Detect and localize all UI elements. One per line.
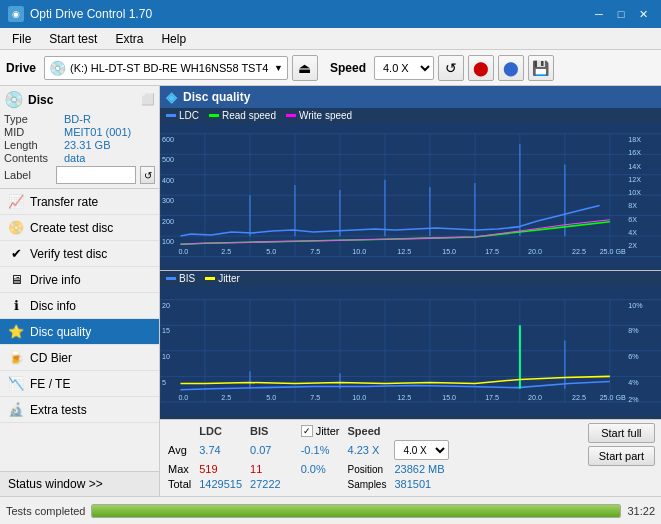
svg-text:4%: 4% <box>628 379 639 387</box>
drive-icon: 💿 <box>49 60 66 76</box>
disc-quality-icon: ⭐ <box>8 324 24 339</box>
svg-text:10%: 10% <box>628 302 643 310</box>
status-window-label: Status window >> <box>8 477 103 491</box>
drive-info-label: Drive info <box>30 273 151 287</box>
disc-quality-header: ◈ Disc quality <box>160 86 661 108</box>
cd-bier-label: CD Bier <box>30 351 151 365</box>
read-speed-legend: Read speed <box>209 110 276 121</box>
svg-text:20.0: 20.0 <box>528 394 542 402</box>
svg-text:12.5: 12.5 <box>397 394 411 402</box>
svg-text:7.5: 7.5 <box>310 394 320 402</box>
svg-text:17.5: 17.5 <box>485 394 499 402</box>
sidebar-item-fe-te[interactable]: 📉 FE / TE <box>0 371 159 397</box>
svg-text:5.0: 5.0 <box>266 248 276 256</box>
app-icon: ◉ <box>8 6 24 22</box>
fe-te-icon: 📉 <box>8 376 24 391</box>
bis-legend: BIS <box>166 273 195 284</box>
stats-area: LDC BIS ✓ Jitter Speed Avg 3.74 0. <box>160 419 661 496</box>
drive-selector[interactable]: 💿 (K:) HL-DT-ST BD-RE WH16NS58 TST4 ▼ <box>44 56 288 80</box>
svg-text:8%: 8% <box>628 328 639 336</box>
ldc-label: LDC <box>179 110 199 121</box>
menu-starttest[interactable]: Start test <box>41 30 105 48</box>
speed-col-header: Speed <box>348 425 393 438</box>
avg-ldc-value: 3.74 <box>199 440 248 461</box>
disc-label-refresh-btn[interactable]: ↺ <box>140 166 155 184</box>
ldc-chart-svg: 600 500 400 300 200 100 18X 16X 14X 12X … <box>160 123 661 267</box>
bis-col-header: BIS <box>250 425 287 438</box>
svg-text:10X: 10X <box>628 189 641 197</box>
total-label: Total <box>168 478 197 491</box>
drive-info-icon: 🖥 <box>8 272 24 287</box>
close-button[interactable]: ✕ <box>633 4 653 24</box>
disc-expand-icon: ⬜ <box>141 93 155 106</box>
svg-text:4X: 4X <box>628 229 637 237</box>
svg-text:15.0: 15.0 <box>442 394 456 402</box>
refresh-button[interactable]: ↺ <box>438 55 464 81</box>
svg-text:12X: 12X <box>628 176 641 184</box>
sidebar-item-disc-quality[interactable]: ⭐ Disc quality <box>0 319 159 345</box>
svg-text:6X: 6X <box>628 216 637 224</box>
bis-chart-svg: 20 15 10 5 10% 8% 6% 4% 2% 0.0 2.5 5.0 <box>160 286 661 416</box>
toolbar-btn-red[interactable]: ⬤ <box>468 55 494 81</box>
jitter-checkbox-row[interactable]: ✓ Jitter <box>301 425 340 437</box>
bis-label: BIS <box>179 273 195 284</box>
menu-file[interactable]: File <box>4 30 39 48</box>
maximize-button[interactable]: □ <box>611 4 631 24</box>
svg-text:20: 20 <box>162 302 170 310</box>
progress-bar-fill <box>92 505 620 517</box>
start-part-button[interactable]: Start part <box>588 446 655 466</box>
bis-chart: BIS Jitter <box>160 271 661 419</box>
sidebar-item-disc-info[interactable]: ℹ Disc info <box>0 293 159 319</box>
mid-value: MEIT01 (001) <box>64 126 131 138</box>
speed-select[interactable]: 4.0 X 2.0 X 8.0 X <box>374 56 434 80</box>
position-label: Position <box>348 463 393 476</box>
stats-speed-select[interactable]: 4.0 X 2.0 X 8.0 X <box>394 440 449 460</box>
verify-test-disc-label: Verify test disc <box>30 247 151 261</box>
svg-text:7.5: 7.5 <box>310 248 320 256</box>
toolbar-btn-blue[interactable]: ⬤ <box>498 55 524 81</box>
svg-text:300: 300 <box>162 197 174 205</box>
start-full-button[interactable]: Start full <box>588 423 655 443</box>
disc-quality-title: Disc quality <box>183 90 250 104</box>
sidebar-item-extra-tests[interactable]: 🔬 Extra tests <box>0 397 159 423</box>
sidebar-item-cd-bier[interactable]: 🍺 CD Bier <box>0 345 159 371</box>
disc-section: 💿 Disc ⬜ Type BD-R MID MEIT01 (001) Leng… <box>0 86 159 189</box>
disc-section-title: Disc <box>28 93 53 107</box>
eject-button[interactable]: ⏏ <box>292 55 318 81</box>
svg-text:22.5: 22.5 <box>572 248 586 256</box>
status-text: Tests completed <box>6 505 85 517</box>
progress-bar <box>91 504 621 518</box>
read-dot <box>209 114 219 117</box>
content-area: ◈ Disc quality LDC Read speed <box>160 86 661 496</box>
disc-quality-header-icon: ◈ <box>166 89 177 105</box>
menu-help[interactable]: Help <box>153 30 194 48</box>
sidebar-item-verify-test-disc[interactable]: ✔ Verify test disc <box>0 241 159 267</box>
jitter-checkbox[interactable]: ✓ <box>301 425 313 437</box>
disc-info-label: Disc info <box>30 299 151 313</box>
ldc-chart-legend: LDC Read speed Write speed <box>160 108 661 123</box>
svg-text:100: 100 <box>162 238 174 246</box>
samples-value: 381501 <box>394 478 455 491</box>
charts-area: LDC Read speed Write speed <box>160 108 661 419</box>
minimize-button[interactable]: ─ <box>589 4 609 24</box>
stats-table: LDC BIS ✓ Jitter Speed Avg 3.74 0. <box>166 423 457 493</box>
svg-text:17.5: 17.5 <box>485 248 499 256</box>
ldc-legend: LDC <box>166 110 199 121</box>
svg-text:18X: 18X <box>628 136 641 144</box>
save-button[interactable]: 💾 <box>528 55 554 81</box>
type-label: Type <box>4 113 64 125</box>
action-buttons: Start full Start part <box>588 423 655 466</box>
svg-text:600: 600 <box>162 136 174 144</box>
sidebar-item-transfer-rate[interactable]: 📈 Transfer rate <box>0 189 159 215</box>
svg-text:400: 400 <box>162 177 174 185</box>
disc-section-icon: 💿 <box>4 90 24 109</box>
menu-extra[interactable]: Extra <box>107 30 151 48</box>
jitter-col-header: Jitter <box>316 425 340 437</box>
ldc-dot <box>166 114 176 117</box>
sidebar-item-drive-info[interactable]: 🖥 Drive info <box>0 267 159 293</box>
fe-te-label: FE / TE <box>30 377 151 391</box>
status-window-button[interactable]: Status window >> <box>0 471 159 496</box>
svg-text:0.0: 0.0 <box>178 394 188 402</box>
disc-label-input[interactable] <box>56 166 136 184</box>
sidebar-item-create-test-disc[interactable]: 📀 Create test disc <box>0 215 159 241</box>
